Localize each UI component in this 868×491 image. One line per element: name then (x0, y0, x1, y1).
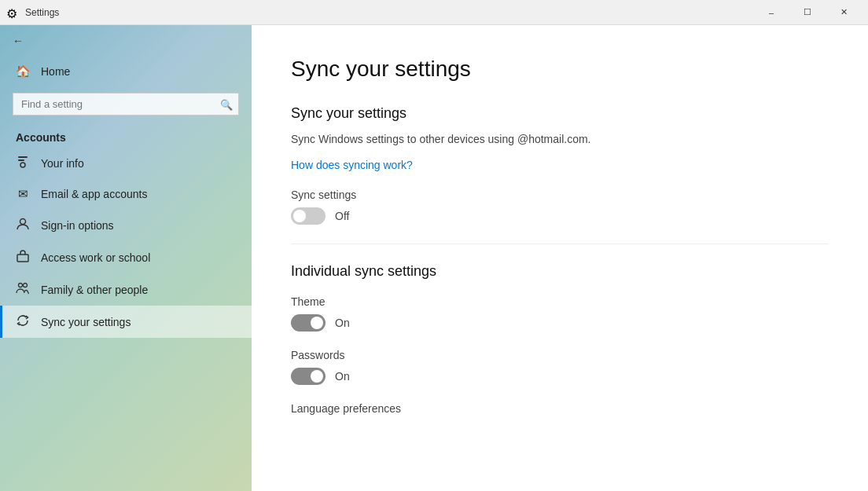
theme-row: Theme On (291, 295, 829, 332)
svg-point-2 (20, 163, 25, 167)
svg-point-5 (19, 284, 23, 288)
language-preferences-row: Language preferences (291, 402, 829, 415)
sidebar-item-email-app-accounts[interactable]: ✉ Email & app accounts (0, 179, 252, 209)
settings-icon: ⚙ (6, 6, 19, 19)
theme-toggle-row: On (291, 314, 829, 332)
sync-settings-row: Sync settings Off (291, 189, 829, 225)
theme-label: Theme (291, 295, 829, 308)
title-bar: ⚙ Settings – ☐ ✕ (0, 0, 868, 25)
main-panel: Sync your settings Sync your settings Sy… (252, 25, 868, 491)
sidebar-email-label: Email & app accounts (41, 188, 147, 200)
sidebar-item-sign-in-options[interactable]: Sign-in options (0, 209, 252, 241)
passwords-toggle-thumb (311, 370, 323, 383)
work-icon (16, 249, 30, 266)
minimize-button[interactable]: – (753, 0, 789, 25)
sidebar: ← 🏠 Home 🔍 Accounts Your info ✉ Email & … (0, 25, 252, 491)
passwords-toggle-row: On (291, 368, 829, 385)
sync-settings-status: Off (335, 210, 349, 222)
sign-in-icon (16, 217, 30, 233)
section-divider (291, 244, 829, 244)
page-title: Sync your settings (291, 57, 829, 82)
passwords-toggle[interactable] (291, 368, 326, 385)
family-icon (16, 281, 30, 298)
close-button[interactable]: ✕ (826, 0, 862, 25)
sidebar-item-family-other-people[interactable]: Family & other people (0, 273, 252, 306)
sidebar-item-home[interactable]: 🏠 Home (0, 57, 252, 86)
language-preferences-label: Language preferences (291, 402, 829, 415)
how-does-syncing-work-link[interactable]: How does syncing work? (291, 159, 829, 171)
title-bar-text: Settings (25, 7, 753, 18)
back-button[interactable]: ← (0, 25, 252, 57)
passwords-label: Passwords (291, 349, 829, 361)
passwords-row: Passwords On (291, 349, 829, 385)
sidebar-your-info-label: Your info (41, 157, 84, 170)
maximize-button[interactable]: ☐ (789, 0, 826, 25)
theme-status: On (335, 317, 350, 329)
window-controls: – ☐ ✕ (753, 0, 862, 25)
sidebar-sync-label: Sync your settings (41, 316, 131, 328)
search-container: 🔍 (13, 93, 239, 115)
sidebar-item-your-info[interactable]: Your info (0, 147, 252, 179)
theme-toggle-thumb (311, 317, 323, 329)
svg-rect-1 (18, 159, 24, 161)
sidebar-section-title: Accounts (0, 125, 252, 147)
sidebar-family-label: Family & other people (41, 284, 148, 296)
app-body: ← 🏠 Home 🔍 Accounts Your info ✉ Email & … (0, 25, 868, 491)
sidebar-item-sync-your-settings[interactable]: Sync your settings (0, 306, 252, 338)
svg-rect-4 (17, 255, 28, 262)
sidebar-signin-label: Sign-in options (41, 219, 114, 232)
sidebar-item-access-work-school[interactable]: Access work or school (0, 241, 252, 273)
svg-rect-0 (18, 156, 28, 158)
sync-icon (16, 313, 30, 330)
svg-point-6 (24, 284, 28, 288)
individual-sync-heading: Individual sync settings (291, 263, 829, 280)
sidebar-home-label: Home (41, 65, 70, 78)
sync-settings-toggle[interactable] (291, 207, 326, 225)
home-icon: 🏠 (16, 64, 30, 79)
search-icon: 🔍 (220, 98, 233, 110)
sidebar-work-label: Access work or school (41, 251, 150, 264)
toggle-thumb (293, 210, 306, 222)
sync-description: Sync Windows settings to other devices u… (291, 131, 763, 148)
passwords-status: On (335, 370, 350, 383)
sync-settings-toggle-row: Off (291, 207, 829, 225)
sync-settings-label: Sync settings (291, 189, 829, 201)
svg-point-3 (20, 219, 26, 225)
theme-toggle[interactable] (291, 314, 326, 332)
search-input[interactable] (13, 93, 239, 115)
email-icon: ✉ (16, 187, 30, 201)
back-arrow-icon: ← (13, 35, 24, 47)
sync-section-heading: Sync your settings (291, 105, 829, 122)
your-info-icon (16, 155, 30, 171)
